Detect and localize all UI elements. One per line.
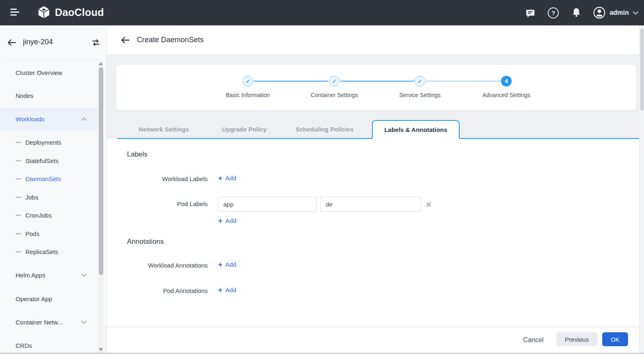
cancel-button[interactable]: Cancel — [522, 334, 545, 347]
step-1-label: Basic Information — [207, 92, 289, 98]
sidebar-item-cronjobs[interactable]: CronJobs — [0, 207, 98, 223]
pod-labels-label: Pod Labels — [107, 200, 208, 207]
plus-icon: + — [218, 286, 222, 294]
annotations-section-heading: Annotations — [127, 238, 164, 246]
sidebar-item-helm-apps[interactable]: Helm Apps — [0, 267, 98, 283]
step-connector-dotted — [426, 81, 500, 82]
user-menu[interactable]: admin — [593, 7, 638, 19]
dash-icon — [16, 215, 21, 216]
page-scrollbar[interactable] — [639, 25, 644, 353]
pod-label-key-input[interactable] — [218, 197, 317, 212]
add-workload-label-button[interactable]: +Add — [218, 174, 236, 182]
chevron-down-icon — [633, 11, 638, 15]
sidebar-item-deployments[interactable]: Deployments — [0, 134, 98, 150]
sidebar-item-cluster-overview[interactable]: Cluster Overview — [0, 64, 98, 81]
sidebar-back-arrow-icon[interactable] — [7, 39, 16, 47]
sidebar-item-container-network[interactable]: Container Netw... — [0, 314, 98, 330]
page-header: Create DaemonSets — [107, 25, 644, 55]
step-3-check-icon[interactable]: ✓ — [415, 76, 425, 86]
scrollbar-up-arrow-icon[interactable] — [99, 62, 103, 65]
dash-icon — [16, 178, 21, 179]
sidebar: jinye-204 Cluster Overview Nodes Workloa… — [0, 25, 107, 353]
plus-icon: + — [218, 261, 222, 268]
plus-icon: + — [218, 217, 222, 225]
dash-icon — [16, 233, 21, 234]
sidebar-item-crds[interactable]: CRDs — [0, 337, 98, 354]
daocloud-logo-icon — [37, 5, 51, 19]
tab-network-settings[interactable]: Network Settings — [124, 120, 204, 138]
step-3-label: Service Settings — [379, 92, 461, 98]
step-4-badge[interactable]: 4 — [501, 76, 512, 86]
stepper: ✓ ✓ ✓ 4 Basic Information Container Sett… — [116, 65, 636, 110]
chevron-down-icon — [81, 320, 86, 324]
scrollbar-down-arrow-icon[interactable] — [99, 348, 103, 351]
brand-logo[interactable]: DaoCloud — [37, 5, 104, 19]
step-4-label: Advanced Settings — [465, 92, 547, 98]
chevron-down-icon — [81, 273, 86, 277]
sidebar-item-statefulsets[interactable]: StatefulSets — [0, 152, 98, 169]
brand-name: DaoCloud — [55, 7, 104, 18]
step-2-check-icon[interactable]: ✓ — [329, 76, 340, 86]
message-icon[interactable] — [524, 7, 537, 19]
top-bar: DaoCloud ? — [0, 0, 644, 25]
pod-label-value-input[interactable] — [320, 197, 421, 212]
username-label: admin — [610, 9, 629, 16]
workload-labels-label: Workload Labels — [107, 175, 208, 182]
sidebar-item-replicasets[interactable]: ReplicaSets — [0, 243, 98, 260]
tab-scheduling-policies[interactable]: Scheduling Policies — [284, 120, 365, 138]
sidebar-item-daemonsets[interactable]: DaemonSets — [0, 170, 98, 187]
previous-button[interactable]: Previous — [556, 332, 597, 346]
main-area: Create DaemonSets ✓ ✓ ✓ 4 Basic Informat… — [107, 25, 644, 353]
page-scrollbar-thumb[interactable] — [640, 29, 644, 111]
plus-icon: + — [218, 174, 222, 182]
sidebar-scrollbar-thumb[interactable] — [99, 67, 103, 275]
sidebar-item-operator-app[interactable]: Operator App — [0, 290, 98, 307]
tab-upgrade-policy[interactable]: Upgrade Policy — [204, 120, 284, 138]
step-connector — [340, 81, 414, 82]
sidebar-divider — [7, 60, 98, 60]
step-1-check-icon[interactable]: ✓ — [243, 76, 253, 86]
add-pod-label-button[interactable]: +Add — [218, 217, 236, 225]
cluster-name: jinye-204 — [23, 38, 53, 46]
settings-tab-bar: Network Settings Upgrade Policy Scheduli… — [117, 120, 639, 139]
workload-annotations-label: Workload Annotations — [107, 262, 208, 269]
sidebar-scrollbar[interactable] — [98, 61, 104, 353]
hamburger-menu-icon[interactable] — [10, 9, 20, 17]
labels-section-heading: Labels — [127, 150, 147, 159]
remove-pod-label-icon[interactable]: ✕ — [426, 200, 431, 209]
page-title: Create DaemonSets — [137, 36, 204, 44]
tab-labels-annotations[interactable]: Labels & Annotations — [372, 120, 460, 139]
pod-annotations-label: Pod Annotations — [107, 287, 208, 294]
ok-button[interactable]: OK — [602, 332, 628, 346]
help-icon[interactable]: ? — [547, 7, 560, 19]
chevron-up-icon — [81, 117, 86, 121]
wizard-footer: Cancel Previous OK — [107, 328, 644, 353]
back-arrow-icon[interactable] — [121, 36, 130, 44]
add-pod-annotation-button[interactable]: +Add — [218, 286, 236, 294]
sidebar-item-jobs[interactable]: Jobs — [0, 189, 98, 205]
user-avatar-icon — [593, 7, 605, 19]
add-workload-annotation-button[interactable]: +Add — [218, 261, 236, 268]
dash-icon — [16, 142, 21, 143]
dash-icon — [16, 251, 21, 252]
sidebar-item-workloads[interactable]: Workloads — [0, 108, 98, 130]
notification-bell-icon[interactable] — [570, 7, 583, 19]
step-2-label: Container Settings — [293, 92, 375, 98]
cluster-switch-icon[interactable] — [91, 39, 101, 47]
tab-content: Labels Workload Labels +Add Pod Labels ✕… — [107, 139, 644, 328]
dash-icon — [16, 197, 21, 198]
sidebar-item-pods[interactable]: Pods — [0, 225, 98, 242]
dash-icon — [16, 160, 21, 161]
step-connector — [254, 81, 328, 82]
sidebar-item-nodes[interactable]: Nodes — [0, 87, 98, 104]
